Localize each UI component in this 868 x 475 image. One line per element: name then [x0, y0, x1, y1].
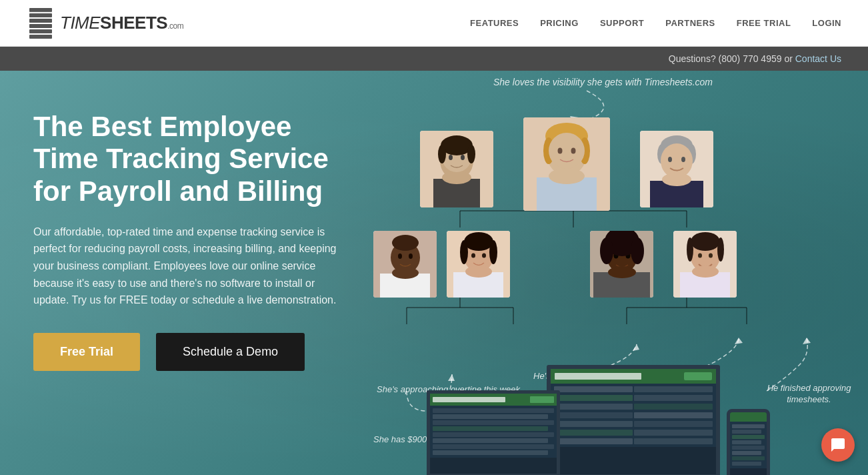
svg-point-65: [471, 254, 475, 258]
svg-point-80: [608, 266, 636, 278]
svg-point-66: [482, 254, 486, 258]
hero-left: The Best Employee Time Tracking Service …: [0, 71, 373, 475]
svg-point-71: [465, 266, 492, 278]
hero-description: Our affordable, top-rated time and expen…: [33, 223, 347, 309]
svg-rect-3: [29, 24, 52, 28]
svg-point-53: [681, 157, 685, 162]
svg-point-46: [549, 168, 585, 184]
svg-point-87: [717, 238, 724, 262]
employee-photo-1: [420, 131, 493, 207]
svg-marker-24: [803, 338, 811, 344]
svg-point-78: [631, 238, 644, 264]
svg-point-44: [571, 148, 576, 154]
svg-rect-0: [29, 8, 52, 12]
svg-point-84: [709, 254, 713, 258]
svg-point-83: [698, 254, 702, 258]
free-trial-button[interactable]: Free Trial: [33, 333, 140, 371]
svg-point-36: [467, 145, 475, 163]
svg-point-62: [392, 267, 419, 279]
nav-pricing[interactable]: PRICING: [540, 18, 579, 28]
chat-bubble[interactable]: [821, 428, 855, 462]
logo-icon: [27, 7, 55, 40]
svg-point-59: [409, 254, 413, 259]
laptop-screen: [427, 390, 560, 475]
svg-rect-4: [29, 29, 52, 33]
svg-marker-23: [735, 338, 743, 344]
nav-support[interactable]: SUPPORT: [600, 18, 644, 28]
hero-title: The Best Employee Time Tracking Service …: [33, 111, 347, 207]
employee-photo-4: [447, 231, 510, 298]
svg-point-35: [438, 145, 446, 163]
employee-photo-3: [373, 231, 437, 298]
nav-login[interactable]: LOGIN: [812, 18, 841, 28]
svg-point-68: [460, 240, 468, 264]
hero-section: The Best Employee Time Tracking Service …: [0, 71, 868, 475]
person-icon-4: [447, 231, 510, 298]
manager-icon: [523, 117, 610, 211]
svg-rect-1: [29, 13, 52, 17]
nav-features[interactable]: FEATURES: [470, 18, 519, 28]
person-icon-2: [640, 131, 713, 207]
svg-point-69: [489, 240, 497, 264]
employee-photo-2: [640, 131, 713, 207]
svg-point-85: [691, 232, 720, 251]
hero-buttons: Free Trial Schedule a Demo: [33, 333, 347, 371]
svg-point-43: [558, 148, 563, 154]
nav-free-trial[interactable]: FREE TRIAL: [737, 18, 791, 28]
svg-point-42: [549, 133, 585, 169]
svg-marker-22: [633, 344, 639, 351]
svg-point-67: [464, 232, 493, 251]
devices-group: [427, 365, 770, 475]
person-icon-1: [420, 131, 493, 207]
main-nav: FEATURES PRICING SUPPORT PARTNERS FREE T…: [470, 18, 841, 28]
monitor-device: [547, 365, 720, 475]
phone-device: [727, 409, 770, 475]
svg-point-52: [668, 157, 672, 162]
logo[interactable]: TIMESHEETS.com: [27, 7, 183, 40]
svg-rect-5: [29, 35, 52, 39]
logo-text: TIMESHEETS.com: [60, 13, 183, 33]
hero-right: She loves the visibility she gets with T…: [373, 71, 868, 475]
svg-point-77: [600, 238, 613, 264]
contact-us-link[interactable]: Contact Us: [795, 53, 841, 64]
person-icon-5: [590, 231, 653, 298]
nav-partners[interactable]: PARTNERS: [665, 18, 715, 28]
manager-photo: [523, 117, 610, 211]
employee-photo-5: [590, 231, 653, 298]
phone-screen: [727, 409, 770, 475]
person-icon-6: [673, 231, 737, 298]
employee-photo-6: [673, 231, 737, 298]
header: TIMESHEETS.com FEATURES PRICING SUPPORT …: [0, 0, 868, 47]
info-bar: Questions? (800) 770 4959 or Contact Us: [0, 47, 868, 71]
laptop-device: [427, 390, 560, 475]
svg-rect-2: [29, 19, 52, 23]
schedule-demo-button[interactable]: Schedule a Demo: [156, 333, 305, 371]
svg-point-58: [398, 254, 402, 259]
chat-icon: [830, 437, 846, 453]
svg-point-89: [692, 266, 719, 278]
svg-point-55: [662, 173, 691, 186]
top-quote: She loves the visibility she gets with T…: [493, 76, 713, 88]
person-icon-3: [373, 231, 437, 298]
monitor-screen: [547, 365, 720, 475]
svg-point-60: [392, 235, 419, 251]
info-bar-text: Questions? (800) 770 4959 or: [669, 53, 795, 64]
svg-point-86: [687, 238, 693, 262]
